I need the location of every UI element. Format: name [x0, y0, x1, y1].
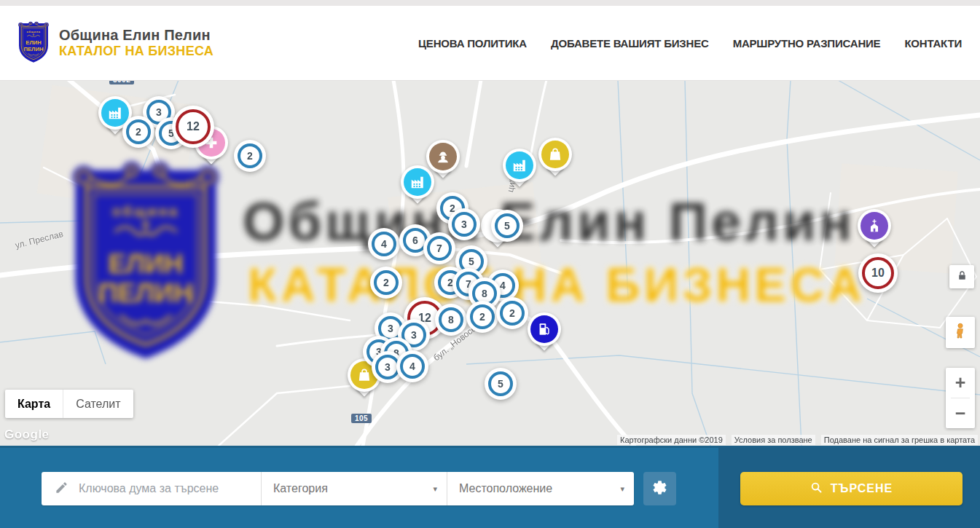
marker-layer: 32512223546752274812822333834510	[0, 80, 980, 446]
pin-marker[interactable]	[858, 209, 891, 251]
cluster-marker[interactable]: 4	[368, 228, 400, 260]
cluster-marker[interactable]: 8	[435, 304, 467, 336]
factory-icon	[409, 174, 426, 190]
chevron-down-icon: ▾	[620, 484, 624, 494]
site-title-block: Община Елин Пелин КАТАЛОГ НА БИЗНЕСА	[59, 27, 213, 59]
search-panel: Категория ▾ Местоположение ▾ ТЪРСЕНЕ	[0, 446, 980, 528]
tab-map[interactable]: Карта	[5, 390, 63, 418]
cluster-marker[interactable]: 2	[466, 301, 498, 333]
svg-text:ЕЛИН: ЕЛИН	[26, 39, 41, 46]
svg-text:ПЕЛИН: ПЕЛИН	[24, 46, 44, 52]
attribution-copyright: Картографски данни ©2019	[617, 435, 726, 445]
keyword-input[interactable]	[77, 481, 261, 496]
page-subtitle: КАТАЛОГ НА БИЗНЕСА	[59, 44, 213, 59]
cluster-marker[interactable]: 12	[172, 106, 214, 148]
location-select[interactable]: Местоположение ▾	[447, 472, 634, 505]
pegman-button[interactable]	[946, 317, 975, 348]
magnifier-icon	[810, 481, 823, 497]
lock-button[interactable]	[949, 265, 974, 288]
pin-marker[interactable]	[503, 149, 536, 191]
map-canvas[interactable]: ул. Преславбул. „Новоселци“8002105 общин…	[0, 80, 980, 446]
search-button[interactable]: ТЪРСЕНЕ	[740, 472, 963, 505]
pin-marker[interactable]	[426, 140, 460, 182]
nav-item-add-business[interactable]: ДОБАВЕТЕ ВАШИЯТ БИЗНЕС	[551, 37, 709, 50]
church-icon	[866, 218, 882, 234]
cluster-marker[interactable]: 5	[485, 368, 517, 400]
chevron-down-icon: ▾	[433, 484, 437, 494]
cluster-marker[interactable]: 2	[234, 140, 266, 172]
cluster-marker[interactable]: 7	[423, 232, 455, 264]
pencil-icon	[55, 481, 68, 497]
location-select-label: Местоположение	[459, 482, 552, 495]
tab-satellite[interactable]: Сателит	[63, 390, 133, 418]
cluster-marker[interactable]: 3	[448, 208, 480, 240]
page-title: Община Елин Пелин	[59, 27, 213, 44]
map-type-control: Карта Сателит	[5, 390, 133, 418]
cluster-marker[interactable]: 2	[122, 116, 154, 148]
nav-item-contacts[interactable]: КОНТАКТИ	[904, 37, 962, 50]
worker-icon	[435, 149, 451, 165]
svg-text:община: община	[27, 30, 41, 34]
shopping-bag-icon	[547, 146, 563, 162]
search-box: Категория ▾ Местоположение ▾	[42, 472, 634, 505]
advanced-settings-button[interactable]	[643, 472, 676, 505]
cluster-marker[interactable]: 2	[496, 297, 528, 329]
factory-icon	[107, 105, 123, 121]
gear-icon	[651, 479, 668, 498]
municipality-logo[interactable]: община ЕЛИН ПЕЛИН	[16, 20, 51, 66]
keyword-section	[42, 472, 261, 505]
report-error-link[interactable]: Подаване на сигнал за грешка в картата	[821, 435, 978, 445]
lock-icon	[956, 269, 968, 285]
cluster-marker[interactable]: 5	[491, 210, 523, 242]
pegman-icon	[952, 321, 969, 344]
nav-item-schedule[interactable]: МАРШРУТНО РАЗПИСАНИЕ	[733, 37, 881, 50]
terms-link[interactable]: Условия за ползване	[732, 435, 815, 445]
fuel-pump-icon	[536, 321, 552, 337]
google-logo[interactable]: Google	[4, 427, 50, 442]
category-select[interactable]: Категория ▾	[261, 472, 447, 505]
search-button-label: ТЪРСЕНЕ	[831, 482, 893, 495]
cluster-marker[interactable]: 2	[370, 267, 402, 299]
pin-marker[interactable]	[528, 312, 561, 355]
zoom-in-button[interactable]: +	[946, 368, 975, 398]
zoom-out-button[interactable]: −	[946, 398, 975, 428]
main-nav: ЦЕНОВА ПОЛИТИКА ДОБАВЕТЕ ВАШИЯТ БИЗНЕС М…	[418, 37, 962, 50]
cluster-marker[interactable]: 10	[858, 253, 898, 293]
zoom-control: + −	[946, 368, 975, 428]
app-header: община ЕЛИН ПЕЛИН Община Елин Пелин КАТА…	[0, 6, 980, 81]
cluster-marker[interactable]: 4	[396, 350, 428, 382]
map-attribution: Картографски данни ©2019 Условия за полз…	[617, 435, 978, 445]
factory-icon	[511, 157, 528, 173]
shopping-bag-icon	[356, 367, 372, 383]
nav-item-pricing[interactable]: ЦЕНОВА ПОЛИТИКА	[418, 37, 527, 50]
category-select-label: Категория	[273, 482, 328, 495]
pin-marker[interactable]	[538, 138, 572, 180]
